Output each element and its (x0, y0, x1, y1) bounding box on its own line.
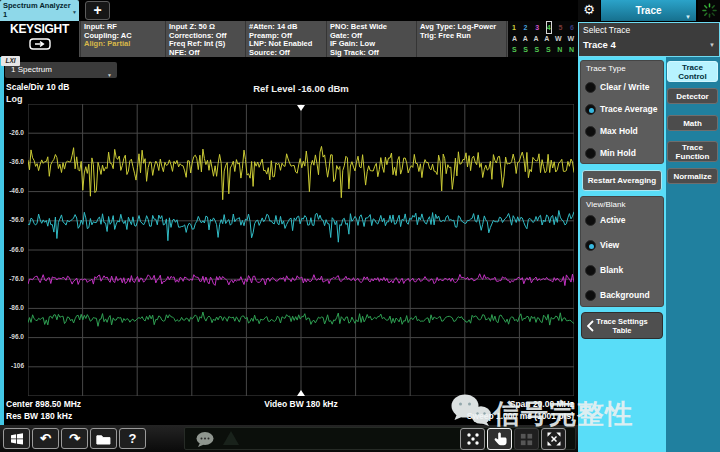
keysight-logo: KEYSIGHT (0, 21, 79, 57)
selected-trace-value: Trace 4 (583, 39, 616, 50)
annunciator-input-z[interactable]: Input Z: 50 Ω Corrections: Off Freq Ref:… (169, 23, 227, 57)
radio-selected-icon (585, 240, 596, 251)
trace-register-detectors: SSSSNN (512, 44, 574, 55)
windows-logo-icon (10, 433, 24, 445)
y-tick-label: -96.0 (9, 333, 24, 340)
annunciator-pno[interactable]: PNO: Best Wide Gate: Off IF Gain: Low Si… (330, 23, 387, 57)
ref-level-label[interactable]: Ref Level -16.00 dBm (28, 83, 574, 94)
radio-icon (585, 82, 596, 93)
trace-menu-sidebar: Select Trace Trace 4 ▼ Trace Type Clear … (578, 22, 720, 452)
four-squares-icon (519, 432, 534, 447)
window-focus-strip (0, 57, 4, 425)
windows-start-button[interactable] (3, 428, 30, 449)
y-tick-label: -26.0 (9, 129, 24, 136)
wechat-watermark-icon (450, 392, 492, 432)
spectrum-analyzer-app: Spectrum Analyzer 1 Swept SA ▼ + ⚙ Trace… (0, 0, 720, 452)
gear-icon[interactable]: ⚙ (578, 0, 600, 21)
watermark-text: 信号完整性 (493, 396, 633, 432)
radio-icon (585, 215, 596, 226)
y-tick-label: -66.0 (9, 246, 24, 253)
tab-trace-control[interactable]: Trace Control (667, 61, 718, 82)
app-tab-title: Spectrum Analyzer 1 (3, 1, 76, 19)
radio-max-hold[interactable]: Max Hold (585, 124, 638, 138)
radio-min-hold[interactable]: Min Hold (585, 146, 636, 160)
alert-ghost-icon (223, 431, 239, 445)
tab-normalize[interactable]: Normalize (667, 168, 718, 184)
view-blank-label: View/Blank (586, 200, 625, 209)
y-tick-label: -76.0 (9, 275, 24, 282)
log-scale-label: Log (6, 94, 23, 104)
divider (326, 21, 327, 57)
undo-icon[interactable]: ↶ (32, 428, 59, 449)
divider (506, 21, 507, 57)
chevron-down-icon: ▼ (709, 42, 715, 48)
annunciator-input[interactable]: Input: RF Coupling: AC Align: Partial (84, 23, 132, 49)
radio-icon (585, 126, 596, 137)
tab-detector[interactable]: Detector (667, 88, 718, 104)
center-frequency-marker-top (297, 105, 305, 111)
radio-icon (585, 265, 596, 276)
annunciator-avg-trig[interactable]: Avg Type: Log-Power Trig: Free Run (420, 23, 496, 40)
restart-averaging-button[interactable]: Restart Averaging (582, 170, 662, 191)
menu-header-trace[interactable]: Trace ▼ (601, 0, 696, 21)
y-tick-label: -56.0 (9, 216, 24, 223)
trace-register-types: AAAAWW (512, 33, 574, 44)
trace-register-numbers: 123456 (512, 22, 574, 33)
touch-hand-icon (492, 431, 507, 447)
trace-settings-table-button[interactable]: Trace Settings Table (581, 312, 663, 339)
radio-icon (585, 148, 596, 159)
select-trace-label: Select Trace (583, 25, 630, 35)
menu-header-label: Trace (635, 5, 661, 16)
spectrum-plot (28, 104, 574, 396)
y-tick-label: -36.0 (9, 158, 24, 165)
busy-spinner-icon (698, 0, 720, 21)
view-blank-panel: View/Blank Active View Blank Background (580, 196, 664, 307)
message-bubble-icon[interactable] (195, 431, 217, 448)
folder-icon (96, 433, 111, 445)
select-trace-dropdown[interactable]: Select Trace Trace 4 ▼ (578, 22, 720, 57)
radio-view[interactable]: View (585, 238, 619, 252)
redo-icon[interactable]: ↷ (61, 428, 88, 449)
spectrum-graticule (28, 104, 574, 396)
tab-math[interactable]: Math (667, 115, 718, 131)
dots-grid-icon (465, 431, 481, 447)
y-tick-label: -106 (11, 362, 24, 369)
chevron-down-icon: ▼ (107, 67, 112, 83)
radio-clear-write[interactable]: Clear / Write (585, 80, 649, 94)
lxi-badge: LXI (1, 56, 20, 66)
divider (416, 21, 417, 57)
radio-background[interactable]: Background (585, 288, 650, 302)
radio-active[interactable]: Active (585, 213, 626, 227)
annunciator-atten[interactable]: #Atten: 14 dB Preamp: Off LNP: Not Enabl… (249, 23, 312, 57)
radio-selected-icon (585, 104, 596, 115)
expand-arrows-icon (546, 431, 562, 447)
divider (165, 21, 166, 57)
app-tab-spectrum-analyzer[interactable]: Spectrum Analyzer 1 Swept SA ▼ (0, 0, 79, 21)
tab-trace-function[interactable]: Trace Function (667, 141, 718, 162)
y-tick-label: -86.0 (9, 304, 24, 311)
radio-blank[interactable]: Blank (585, 263, 623, 277)
trace-type-panel: Trace Type Clear / Write Trace Average M… (580, 60, 664, 164)
brand-text: KEYSIGHT (0, 22, 79, 36)
add-tab-button[interactable]: + (85, 1, 110, 20)
chevron-left-icon (587, 320, 594, 332)
help-button[interactable]: ? (119, 428, 146, 449)
chevron-down-icon: ▼ (72, 8, 77, 17)
y-tick-label: -46.0 (9, 187, 24, 194)
radio-icon (585, 290, 596, 301)
trace-type-label: Trace Type (586, 64, 626, 73)
divider (245, 21, 246, 57)
trace-register-panel[interactable]: 123456 AAAAWW SSSSNN (508, 21, 578, 57)
divider (80, 21, 81, 57)
center-frequency-marker-bottom (297, 390, 305, 396)
folder-button[interactable] (90, 428, 117, 449)
radio-trace-average[interactable]: Trace Average (585, 102, 658, 116)
remote-display-icon (29, 38, 51, 50)
measurement-selector[interactable]: 1 Spectrum ▼ (5, 62, 117, 78)
